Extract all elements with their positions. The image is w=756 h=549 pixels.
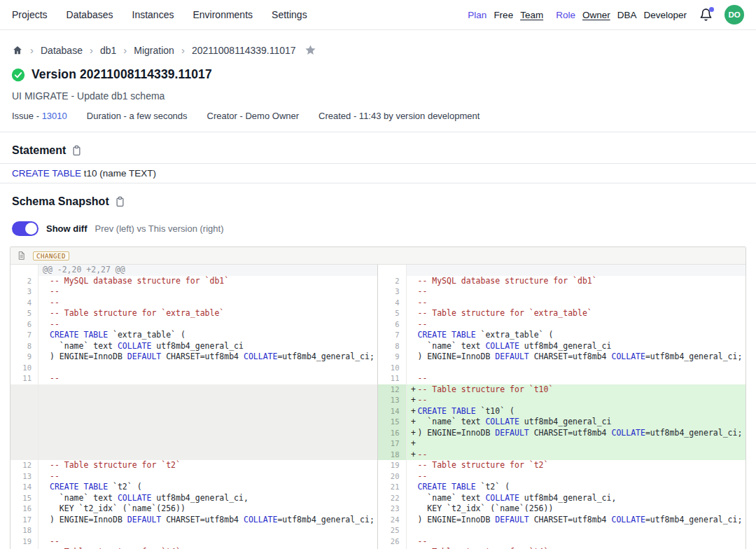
diff-line-number: 3 [378, 286, 407, 298]
issue-link[interactable]: 13010 [42, 111, 67, 121]
breadcrumb-database[interactable]: Database [41, 45, 83, 56]
diff-panel: CHANGED @@ -2,20 +2,27 @@2 -- MySQL data… [10, 246, 746, 549]
nav-item-environments[interactable]: Environments [192, 9, 253, 20]
diff-line-number [10, 406, 38, 417]
show-diff-toggle[interactable] [12, 221, 38, 236]
plan-label: Plan [468, 10, 486, 20]
diff-line: -- [407, 286, 746, 298]
meta-item: Created - 11:43 by version development [318, 111, 479, 121]
chevron-separator: › [90, 44, 93, 56]
diff-line-number [10, 395, 38, 406]
diff-line: +) ENGINE=InnoDB DEFAULT CHARSET=utf8mb4… [407, 428, 746, 439]
copy-snapshot-button[interactable] [115, 196, 125, 207]
diff-line-number: 20 [378, 471, 407, 482]
breadcrumb-version[interactable]: 20211008114339.11017 [192, 45, 296, 56]
diff-line-number: 14 [10, 482, 38, 493]
diff-line [38, 395, 378, 406]
diff-line-number [378, 265, 407, 276]
diff-line [38, 417, 378, 428]
diff-line [38, 438, 378, 450]
diff-line: `name` text COLLATE utf8mb4_general_ci, [407, 493, 746, 504]
diff-line: @@ -2,20 +2,27 @@ [38, 265, 378, 276]
nav-item-settings[interactable]: Settings [272, 9, 307, 20]
statement-heading: Statement [12, 144, 66, 157]
diff-line: -- MySQL database structure for `db1` [38, 276, 378, 287]
diff-line: -- Table structure for `t2` [407, 460, 746, 471]
diff-line-number [10, 450, 38, 461]
check-circle-icon [11, 68, 25, 82]
page-subtitle: UI MIGRATE - Update db1 schema [0, 82, 756, 102]
star-icon[interactable] [304, 44, 316, 56]
diff-line-number: 19 [10, 536, 38, 548]
diff-line-number: 7 [378, 330, 407, 341]
chevron-separator: › [181, 44, 185, 56]
diff-line-number: 8 [10, 341, 38, 352]
statement-sql: CREATE TABLE t10 (name TEXT) [0, 163, 756, 183]
chevron-separator: › [123, 44, 127, 56]
diff-line-number: 10 [10, 363, 38, 374]
diff-line: CREATE TABLE `t2` ( [38, 482, 378, 493]
breadcrumb-db1[interactable]: db1 [100, 45, 116, 56]
plan-option-free[interactable]: Free [493, 10, 513, 20]
diff-line: ) ENGINE=InnoDB DEFAULT CHARSET=utf8mb4 … [407, 515, 746, 526]
nav-item-projects[interactable]: Projects [12, 9, 48, 20]
avatar[interactable]: DO [724, 5, 744, 25]
diff-grid[interactable]: @@ -2,20 +2,27 @@2 -- MySQL database str… [10, 265, 746, 549]
diff-line-number: 24 [378, 515, 407, 526]
diff-line: -- [407, 373, 746, 384]
diff-line: -- [38, 373, 378, 384]
statement-section-head: Statement [0, 132, 756, 163]
plan-option-team[interactable]: Team [520, 10, 543, 20]
diff-line: -- [38, 471, 378, 482]
meta-item: Creator - Demo Owner [207, 111, 299, 121]
diff-line [38, 384, 378, 396]
diff-line: -- Table structure for `t2` [38, 460, 378, 471]
diff-line-number: 9 [10, 352, 38, 363]
diff-line: KEY `t2_idx` (`name`(256)) [38, 503, 378, 515]
diff-line [407, 363, 746, 374]
diff-line-number: 12 [378, 384, 407, 396]
diff-line-number: 4 [378, 298, 407, 309]
bell-icon[interactable] [699, 8, 713, 22]
breadcrumb-migration[interactable]: Migration [134, 45, 174, 56]
diff-line-number: 17 [10, 515, 38, 526]
diff-line-number: 2 [10, 276, 38, 287]
diff-line: KEY `t2_idx` (`name`(256)) [407, 503, 746, 515]
diff-line [407, 525, 746, 536]
diff-line [38, 363, 378, 374]
diff-line-number: 5 [10, 308, 38, 319]
breadcrumb: › Database › db1 › Migration › 202110081… [0, 30, 756, 62]
diff-line-number: 13 [378, 395, 407, 406]
nav-item-databases[interactable]: Databases [66, 9, 113, 20]
copy-statement-button[interactable] [71, 145, 82, 156]
role-option-owner[interactable]: Owner [582, 10, 610, 20]
snapshot-heading: Schema Snapshot [12, 195, 109, 208]
status-badge: CHANGED [33, 251, 69, 260]
meta-item: Duration - a few seconds [87, 111, 188, 121]
meta-row: Issue - 13010Duration - a few secondsCre… [0, 102, 756, 132]
diff-line-number: 13 [10, 471, 38, 482]
diff-line-number: 18 [378, 450, 407, 461]
diff-line-number: 15 [10, 493, 38, 504]
diff-line-number [10, 417, 38, 428]
diff-line: -- [38, 319, 378, 331]
diff-line-number [10, 428, 38, 439]
home-icon[interactable] [12, 45, 23, 56]
diff-line-number: 10 [378, 363, 407, 374]
diff-line-number [10, 265, 38, 276]
nav-item-instances[interactable]: Instances [132, 9, 174, 20]
diff-line [38, 406, 378, 417]
document-icon [17, 251, 26, 260]
show-diff-label: Show diff [46, 223, 88, 234]
role-option-developer[interactable]: Developer [643, 10, 687, 20]
diff-line: ) ENGINE=InnoDB DEFAULT CHARSET=utf8mb4 … [407, 352, 746, 363]
diff-line-number: 26 [378, 536, 407, 548]
diff-line: + [407, 438, 746, 450]
diff-line-number: 8 [378, 341, 407, 352]
meta-item: Issue - 13010 [12, 111, 67, 121]
notification-dot [709, 7, 714, 12]
role-option-dba[interactable]: DBA [617, 10, 637, 20]
diff-line: + `name` text COLLATE utf8mb4_general_ci [407, 417, 746, 428]
diff-line: -- [407, 471, 746, 482]
diff-line: -- [407, 298, 746, 309]
